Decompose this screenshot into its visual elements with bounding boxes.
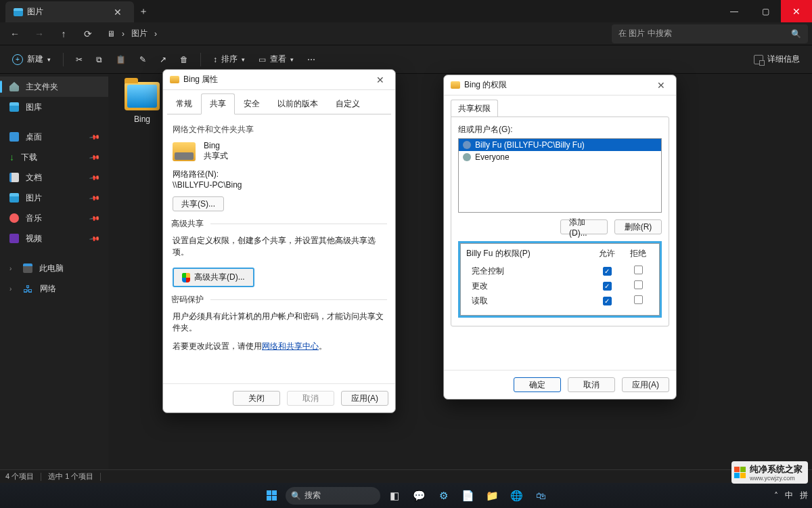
dialog-titlebar[interactable]: Bing 的权限 ✕ [444, 75, 676, 96]
nav-back-button[interactable]: ← [4, 24, 26, 43]
tab-security[interactable]: 安全 [235, 93, 269, 114]
shared-folder-icon [173, 142, 196, 161]
pin-icon: 📌 [89, 152, 100, 163]
tab-general[interactable]: 常规 [167, 93, 201, 114]
cancel-button[interactable]: 取消 [568, 377, 615, 392]
cut-button[interactable]: ✂ [70, 49, 88, 70]
permission-row: 完全控制 ✓ [466, 263, 654, 278]
sidebar-item-network[interactable]: ›🖧网络 [0, 278, 108, 299]
dialog-titlebar[interactable]: Bing 属性 ✕ [163, 70, 395, 90]
taskbar-app-word[interactable]: 📄 [457, 486, 478, 505]
taskbar-app-store[interactable]: 🛍 [531, 486, 551, 505]
sidebar-item-label: 视频 [26, 233, 42, 245]
more-button[interactable]: ⋯ [302, 49, 321, 70]
start-button[interactable] [261, 486, 281, 505]
group-icon [463, 153, 471, 161]
remove-button[interactable]: 删除(R) [614, 219, 662, 234]
details-label: 详细信息 [767, 54, 800, 65]
deny-checkbox[interactable] [634, 295, 643, 304]
gallery-icon [9, 102, 19, 112]
dialog-close-button[interactable]: ✕ [653, 80, 669, 91]
chevron-right-icon: › [122, 29, 125, 39]
permission-label: 完全控制 [472, 266, 591, 277]
breadcrumb-segment[interactable]: 图片 [131, 28, 148, 39]
tray-chevron-up-icon[interactable]: ˄ [774, 491, 778, 501]
folder-item-bing[interactable]: Bing [120, 82, 164, 124]
taskbar-app-settings[interactable]: ⚙ [433, 486, 453, 505]
apply-button[interactable]: 应用(A) [622, 377, 669, 392]
user-row[interactable]: Billy Fu (BILLYFU-PC\Billy Fu) [459, 139, 661, 151]
system-tray[interactable]: ˄ 中 拼 [774, 490, 808, 501]
tab-close-button[interactable]: ✕ [108, 7, 127, 18]
pin-icon: 📌 [89, 131, 100, 142]
tray-ime[interactable]: 中 [785, 490, 793, 501]
allow-checkbox[interactable]: ✓ [603, 297, 612, 305]
window-minimize-button[interactable]: ― [719, 0, 750, 22]
user-row[interactable]: Everyone [459, 151, 661, 163]
search-placeholder: 在 图片 中搜索 [618, 28, 672, 39]
copy-button[interactable]: ⧉ [91, 49, 108, 70]
password-protect-desc: 用户必须具有此计算机的用户帐户和密码，才能访问共享文件夹。 [173, 311, 386, 334]
sort-button[interactable]: ↕ 排序 ▾ [208, 49, 250, 70]
sidebar-item-videos[interactable]: 视频📌 [0, 228, 108, 249]
documents-icon [9, 173, 19, 182]
dialog-close-button[interactable]: ✕ [372, 75, 388, 85]
tab-sharing[interactable]: 共享 [201, 93, 235, 114]
tray-lang[interactable]: 拼 [800, 490, 808, 501]
rename-button[interactable]: ✎ [134, 49, 152, 70]
allow-checkbox[interactable]: ✓ [603, 267, 612, 276]
view-button[interactable]: ▭ 查看 ▾ [253, 49, 299, 70]
sidebar-item-music[interactable]: 音乐📌 [0, 208, 108, 228]
permission-row: 更改 ✓ [466, 278, 654, 293]
delete-button[interactable]: 🗑 [175, 49, 194, 70]
chevron-right-icon: › [154, 29, 157, 39]
section-heading: 密码保护 [171, 294, 204, 305]
sidebar-item-pictures[interactable]: 图片📌 [0, 188, 108, 208]
permissions-dialog: Bing 的权限 ✕ 共享权限 组或用户名(G): Billy Fu (BILL… [443, 75, 677, 400]
task-view-button[interactable]: ◧ [384, 486, 405, 505]
nav-refresh-button[interactable]: ⟳ [77, 24, 99, 43]
taskbar-app-explorer[interactable]: 📁 [482, 486, 502, 505]
new-button[interactable]: + 新建 ▾ [7, 49, 56, 70]
sidebar-item-label: 桌面 [26, 131, 42, 143]
navigation-bar: ← → ↑ ⟳ 🖥 › 图片 › 在 图片 中搜索 🔍 [0, 22, 812, 45]
add-button[interactable]: 添加(D)... [560, 219, 608, 234]
new-tab-button[interactable]: ＋ [134, 0, 153, 22]
dialog-tabs: 常规 共享 安全 以前的版本 自定义 [167, 93, 391, 114]
sidebar-item-thispc[interactable]: ›此电脑 [0, 258, 108, 278]
search-input[interactable]: 在 图片 中搜索 🔍 [612, 24, 808, 43]
ok-button[interactable]: 确定 [514, 377, 561, 392]
nav-forward-button[interactable]: → [28, 24, 50, 43]
apply-button[interactable]: 应用(A) [341, 391, 388, 406]
cancel-button[interactable]: 取消 [287, 391, 334, 406]
sidebar-item-gallery[interactable]: 图库 [0, 97, 108, 117]
sidebar-item-documents[interactable]: 文档📌 [0, 167, 108, 188]
pin-icon: 📌 [89, 172, 100, 183]
share-button[interactable]: 共享(S)... [173, 196, 224, 211]
sidebar-item-downloads[interactable]: ↓下载📌 [0, 147, 108, 167]
sidebar-item-desktop[interactable]: 桌面📌 [0, 127, 108, 147]
close-button[interactable]: 关闭 [233, 391, 280, 406]
advanced-sharing-button[interactable]: 高级共享(D)... [173, 268, 254, 287]
taskbar-search[interactable]: 🔍 搜索 [286, 487, 380, 505]
deny-checkbox[interactable] [634, 266, 643, 274]
sidebar-item-home[interactable]: 主文件夹 [0, 77, 108, 97]
tab-share-permissions[interactable]: 共享权限 [451, 100, 498, 117]
nav-up-button[interactable]: ↑ [53, 24, 74, 43]
tab-previous-versions[interactable]: 以前的版本 [269, 93, 327, 114]
details-pane-button[interactable]: 详细信息 [748, 49, 805, 70]
tab-customize[interactable]: 自定义 [327, 93, 369, 114]
breadcrumb[interactable]: 🖥 › 图片 › [107, 28, 157, 39]
allow-checkbox[interactable]: ✓ [603, 282, 612, 291]
share-button[interactable]: ↗ [154, 49, 172, 70]
status-bar: 4 个项目 选中 1 个项目 [0, 469, 812, 483]
network-sharing-center-link[interactable]: 网络和共享中心 [262, 341, 319, 351]
deny-checkbox[interactable] [634, 280, 643, 289]
taskbar-app-edge[interactable]: 🌐 [506, 486, 526, 505]
users-listbox[interactable]: Billy Fu (BILLYFU-PC\Billy Fu) Everyone [458, 138, 662, 213]
taskbar-app-chat[interactable]: 💬 [409, 486, 429, 505]
paste-button[interactable]: 📋 [110, 49, 131, 70]
explorer-tab[interactable]: 图片 ✕ [5, 1, 134, 22]
window-maximize-button[interactable]: ▢ [750, 0, 781, 22]
window-close-button[interactable]: ✕ [781, 0, 812, 22]
